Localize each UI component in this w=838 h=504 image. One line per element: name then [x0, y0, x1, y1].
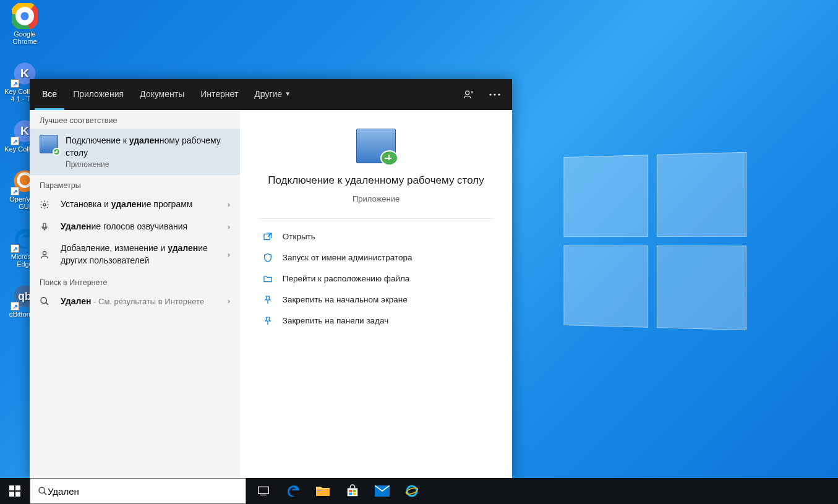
svg-rect-30	[349, 493, 353, 495]
store-icon[interactable]	[338, 478, 367, 504]
action-label: Запуск от имени администратора	[283, 253, 413, 262]
svg-rect-18	[43, 223, 46, 228]
svg-point-16	[498, 93, 500, 95]
folder-icon	[263, 274, 274, 284]
action-open[interactable]: Открыть	[259, 226, 493, 247]
svg-rect-26	[318, 490, 321, 491]
svg-rect-28	[349, 490, 353, 492]
shortcut-arrow-icon: ↗	[11, 302, 19, 310]
preview-subtitle: Приложение	[353, 194, 400, 203]
rdc-preview-icon	[356, 129, 396, 163]
svg-point-15	[494, 93, 495, 95]
mail-icon[interactable]	[367, 478, 397, 504]
windows-icon	[9, 485, 20, 497]
svg-point-17	[43, 203, 46, 206]
section-settings: Параметры	[30, 175, 240, 194]
shortcut-arrow-icon: ↗	[11, 137, 19, 145]
svg-point-22	[39, 487, 45, 493]
divider	[259, 218, 493, 219]
search-panel-header: Все Приложения Документы Интернет Другие…	[30, 79, 512, 110]
settings-item-programs[interactable]: Установка и удаление программ ›	[30, 194, 240, 216]
preview-title: Подключение к удаленному рабочему столу	[243, 173, 508, 188]
rdc-icon	[40, 135, 58, 153]
options-icon[interactable]	[482, 79, 507, 110]
action-file-location[interactable]: Перейти к расположению файла	[259, 268, 493, 289]
svg-text:K: K	[20, 67, 29, 80]
svg-point-20	[41, 297, 46, 303]
svg-rect-21	[264, 234, 270, 239]
chevron-down-icon: ▼	[284, 90, 291, 97]
feedback-icon[interactable]	[456, 79, 481, 110]
section-best-match: Лучшее соответствие	[30, 110, 240, 129]
desktop-icon-label: Google Chrome	[12, 30, 36, 45]
edge-taskbar-icon[interactable]	[278, 478, 308, 504]
section-web: Поиск в Интернете	[30, 272, 240, 291]
pin-icon	[263, 295, 274, 305]
web-search-item[interactable]: Удален - См. результаты в Интернете ›	[30, 291, 240, 313]
search-results-list: Лучшее соответствие Подключение к удален…	[30, 110, 240, 478]
user-icon	[40, 250, 51, 260]
tab-more[interactable]: Другие▼	[247, 79, 298, 110]
task-view-button[interactable]	[249, 478, 278, 504]
tab-apps[interactable]: Приложения	[66, 79, 131, 110]
action-pin-taskbar[interactable]: Закрепить на панели задач	[259, 310, 493, 331]
svg-rect-29	[353, 490, 356, 492]
search-input[interactable]	[48, 486, 238, 497]
svg-point-14	[489, 93, 491, 95]
file-explorer-icon[interactable]	[308, 478, 338, 504]
svg-rect-24	[260, 495, 267, 495]
action-run-as-admin[interactable]: Запуск от имени администратора	[259, 247, 493, 268]
settings-item-voices[interactable]: Удаление голосов озвучивания ›	[30, 216, 240, 238]
search-icon	[40, 296, 51, 306]
start-button[interactable]	[0, 478, 30, 504]
windows-logo-wallpaper	[563, 152, 746, 330]
best-match-title: Подключение к удаленному рабочему столу	[66, 135, 230, 159]
tab-internet[interactable]: Интернет	[193, 79, 246, 110]
desktop-icon-chrome[interactable]: Google Chrome	[3, 3, 46, 45]
shield-icon	[263, 253, 274, 263]
shortcut-arrow-icon: ↗	[11, 79, 19, 88]
search-icon	[38, 486, 48, 496]
settings-item-users[interactable]: Добавление, изменение и удаление других …	[30, 237, 240, 271]
svg-point-19	[43, 252, 46, 255]
desktop: Google Chrome K ↗ Key Collector 4.1 - Te…	[0, 0, 838, 504]
best-match-item[interactable]: Подключение к удаленному рабочему столу …	[30, 129, 240, 175]
tab-documents[interactable]: Документы	[132, 79, 192, 110]
pin-icon	[263, 316, 274, 326]
svg-rect-31	[353, 493, 356, 495]
shortcut-arrow-icon: ↗	[11, 187, 19, 195]
search-panel: Все Приложения Документы Интернет Другие…	[30, 79, 512, 478]
chevron-right-icon: ›	[228, 250, 230, 259]
open-icon	[263, 232, 274, 242]
search-preview-pane: Подключение к удаленному рабочему столу …	[240, 110, 512, 478]
svg-rect-23	[259, 487, 269, 493]
shortcut-arrow-icon: ↗	[11, 244, 19, 253]
best-match-subtitle: Приложение	[66, 160, 230, 169]
taskbar	[0, 478, 838, 504]
svg-rect-25	[316, 489, 330, 496]
action-label: Открыть	[283, 232, 315, 241]
action-pin-start[interactable]: Закрепить на начальном экране	[259, 289, 493, 310]
mic-icon	[40, 222, 51, 232]
action-label: Перейти к расположению файла	[283, 274, 410, 283]
chevron-right-icon: ›	[228, 223, 230, 231]
svg-text:K: K	[20, 124, 29, 137]
action-label: Закрепить на начальном экране	[283, 295, 408, 304]
chevron-right-icon: ›	[228, 297, 230, 305]
ie-icon[interactable]	[397, 478, 427, 504]
gear-icon	[40, 200, 51, 210]
action-label: Закрепить на панели задач	[283, 316, 388, 325]
svg-point-13	[466, 91, 469, 95]
svg-rect-27	[348, 488, 358, 496]
chevron-right-icon: ›	[228, 200, 230, 209]
tab-all[interactable]: Все	[35, 79, 64, 110]
taskbar-search-box[interactable]	[30, 478, 246, 504]
